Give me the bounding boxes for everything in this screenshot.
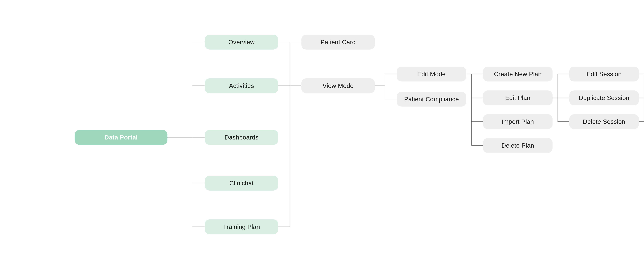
node-patient-card[interactable]: Patient Card [302,35,375,49]
node-delete-plan[interactable]: Delete Plan [483,138,552,153]
node-data-portal[interactable]: Data Portal [75,130,168,145]
node-create-new-plan[interactable]: Create New Plan [483,67,552,81]
node-edit-mode[interactable]: Edit Mode [397,67,466,81]
node-clinichat[interactable]: Clinichat [205,176,278,191]
node-import-plan[interactable]: Import Plan [483,114,552,129]
node-training-plan[interactable]: Training Plan [205,219,278,234]
node-edit-plan[interactable]: Edit Plan [483,90,552,105]
node-overview[interactable]: Overview [205,35,278,49]
node-edit-session[interactable]: Edit Session [569,67,639,81]
node-delete-session[interactable]: Delete Session [569,114,639,129]
node-dashboards[interactable]: Dashboards [205,130,278,145]
node-activities[interactable]: Activities [205,78,278,93]
node-patient-compliance[interactable]: Patient Compliance [397,92,466,107]
node-view-mode[interactable]: View Mode [302,78,375,93]
node-duplicate-session[interactable]: Duplicate Session [569,90,639,105]
